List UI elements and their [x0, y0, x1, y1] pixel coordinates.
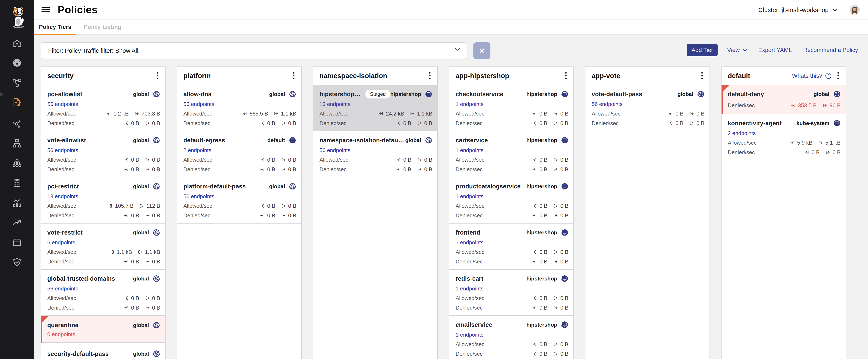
- svg-text:?: ?: [827, 74, 829, 78]
